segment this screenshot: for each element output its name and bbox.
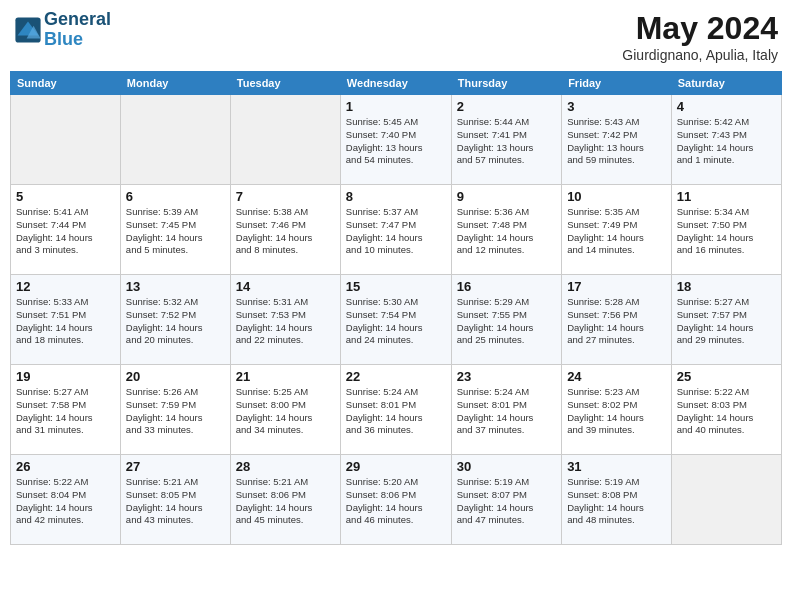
day-info: Sunrise: 5:24 AM Sunset: 8:01 PM Dayligh… <box>457 386 556 437</box>
column-header-saturday: Saturday <box>671 72 781 95</box>
day-number: 28 <box>236 459 335 474</box>
day-number: 19 <box>16 369 115 384</box>
day-info: Sunrise: 5:32 AM Sunset: 7:52 PM Dayligh… <box>126 296 225 347</box>
day-info: Sunrise: 5:21 AM Sunset: 8:06 PM Dayligh… <box>236 476 335 527</box>
calendar-cell: 11Sunrise: 5:34 AM Sunset: 7:50 PM Dayli… <box>671 185 781 275</box>
day-info: Sunrise: 5:23 AM Sunset: 8:02 PM Dayligh… <box>567 386 666 437</box>
calendar-header-row: SundayMondayTuesdayWednesdayThursdayFrid… <box>11 72 782 95</box>
title-block: May 2024 Giurdignano, Apulia, Italy <box>622 10 778 63</box>
day-info: Sunrise: 5:20 AM Sunset: 8:06 PM Dayligh… <box>346 476 446 527</box>
calendar-cell: 7Sunrise: 5:38 AM Sunset: 7:46 PM Daylig… <box>230 185 340 275</box>
day-number: 20 <box>126 369 225 384</box>
day-number: 12 <box>16 279 115 294</box>
day-number: 3 <box>567 99 666 114</box>
logo: General Blue <box>14 10 111 50</box>
day-number: 14 <box>236 279 335 294</box>
day-number: 2 <box>457 99 556 114</box>
calendar-cell <box>671 455 781 545</box>
day-info: Sunrise: 5:22 AM Sunset: 8:04 PM Dayligh… <box>16 476 115 527</box>
calendar-cell: 19Sunrise: 5:27 AM Sunset: 7:58 PM Dayli… <box>11 365 121 455</box>
day-info: Sunrise: 5:21 AM Sunset: 8:05 PM Dayligh… <box>126 476 225 527</box>
calendar-cell <box>11 95 121 185</box>
calendar-cell: 2Sunrise: 5:44 AM Sunset: 7:41 PM Daylig… <box>451 95 561 185</box>
day-info: Sunrise: 5:27 AM Sunset: 7:57 PM Dayligh… <box>677 296 776 347</box>
day-info: Sunrise: 5:41 AM Sunset: 7:44 PM Dayligh… <box>16 206 115 257</box>
month-title: May 2024 <box>622 10 778 47</box>
calendar-cell: 15Sunrise: 5:30 AM Sunset: 7:54 PM Dayli… <box>340 275 451 365</box>
calendar-cell: 21Sunrise: 5:25 AM Sunset: 8:00 PM Dayli… <box>230 365 340 455</box>
calendar-body: 1Sunrise: 5:45 AM Sunset: 7:40 PM Daylig… <box>11 95 782 545</box>
calendar-cell: 9Sunrise: 5:36 AM Sunset: 7:48 PM Daylig… <box>451 185 561 275</box>
day-number: 23 <box>457 369 556 384</box>
column-header-monday: Monday <box>120 72 230 95</box>
calendar-cell: 22Sunrise: 5:24 AM Sunset: 8:01 PM Dayli… <box>340 365 451 455</box>
day-number: 1 <box>346 99 446 114</box>
calendar-cell <box>230 95 340 185</box>
day-number: 24 <box>567 369 666 384</box>
calendar-cell: 5Sunrise: 5:41 AM Sunset: 7:44 PM Daylig… <box>11 185 121 275</box>
calendar-cell: 13Sunrise: 5:32 AM Sunset: 7:52 PM Dayli… <box>120 275 230 365</box>
day-info: Sunrise: 5:37 AM Sunset: 7:47 PM Dayligh… <box>346 206 446 257</box>
calendar-cell: 18Sunrise: 5:27 AM Sunset: 7:57 PM Dayli… <box>671 275 781 365</box>
day-info: Sunrise: 5:33 AM Sunset: 7:51 PM Dayligh… <box>16 296 115 347</box>
column-header-tuesday: Tuesday <box>230 72 340 95</box>
day-number: 16 <box>457 279 556 294</box>
day-number: 26 <box>16 459 115 474</box>
calendar-cell: 28Sunrise: 5:21 AM Sunset: 8:06 PM Dayli… <box>230 455 340 545</box>
calendar-cell: 3Sunrise: 5:43 AM Sunset: 7:42 PM Daylig… <box>562 95 672 185</box>
day-info: Sunrise: 5:25 AM Sunset: 8:00 PM Dayligh… <box>236 386 335 437</box>
column-header-wednesday: Wednesday <box>340 72 451 95</box>
day-number: 8 <box>346 189 446 204</box>
day-info: Sunrise: 5:29 AM Sunset: 7:55 PM Dayligh… <box>457 296 556 347</box>
calendar-table: SundayMondayTuesdayWednesdayThursdayFrid… <box>10 71 782 545</box>
day-number: 11 <box>677 189 776 204</box>
logo-icon <box>14 16 42 44</box>
day-number: 30 <box>457 459 556 474</box>
calendar-cell <box>120 95 230 185</box>
calendar-cell: 1Sunrise: 5:45 AM Sunset: 7:40 PM Daylig… <box>340 95 451 185</box>
week-row-1: 1Sunrise: 5:45 AM Sunset: 7:40 PM Daylig… <box>11 95 782 185</box>
day-info: Sunrise: 5:22 AM Sunset: 8:03 PM Dayligh… <box>677 386 776 437</box>
day-info: Sunrise: 5:45 AM Sunset: 7:40 PM Dayligh… <box>346 116 446 167</box>
day-number: 22 <box>346 369 446 384</box>
week-row-5: 26Sunrise: 5:22 AM Sunset: 8:04 PM Dayli… <box>11 455 782 545</box>
day-info: Sunrise: 5:36 AM Sunset: 7:48 PM Dayligh… <box>457 206 556 257</box>
day-info: Sunrise: 5:39 AM Sunset: 7:45 PM Dayligh… <box>126 206 225 257</box>
day-info: Sunrise: 5:42 AM Sunset: 7:43 PM Dayligh… <box>677 116 776 167</box>
calendar-cell: 23Sunrise: 5:24 AM Sunset: 8:01 PM Dayli… <box>451 365 561 455</box>
week-row-2: 5Sunrise: 5:41 AM Sunset: 7:44 PM Daylig… <box>11 185 782 275</box>
day-number: 9 <box>457 189 556 204</box>
day-number: 15 <box>346 279 446 294</box>
day-number: 7 <box>236 189 335 204</box>
day-info: Sunrise: 5:28 AM Sunset: 7:56 PM Dayligh… <box>567 296 666 347</box>
calendar-cell: 30Sunrise: 5:19 AM Sunset: 8:07 PM Dayli… <box>451 455 561 545</box>
day-info: Sunrise: 5:26 AM Sunset: 7:59 PM Dayligh… <box>126 386 225 437</box>
day-info: Sunrise: 5:44 AM Sunset: 7:41 PM Dayligh… <box>457 116 556 167</box>
day-info: Sunrise: 5:30 AM Sunset: 7:54 PM Dayligh… <box>346 296 446 347</box>
day-number: 31 <box>567 459 666 474</box>
calendar-cell: 10Sunrise: 5:35 AM Sunset: 7:49 PM Dayli… <box>562 185 672 275</box>
day-info: Sunrise: 5:27 AM Sunset: 7:58 PM Dayligh… <box>16 386 115 437</box>
day-number: 17 <box>567 279 666 294</box>
logo-text: General Blue <box>44 10 111 50</box>
day-number: 27 <box>126 459 225 474</box>
day-info: Sunrise: 5:38 AM Sunset: 7:46 PM Dayligh… <box>236 206 335 257</box>
day-number: 4 <box>677 99 776 114</box>
calendar-cell: 29Sunrise: 5:20 AM Sunset: 8:06 PM Dayli… <box>340 455 451 545</box>
column-header-thursday: Thursday <box>451 72 561 95</box>
calendar-cell: 14Sunrise: 5:31 AM Sunset: 7:53 PM Dayli… <box>230 275 340 365</box>
day-number: 25 <box>677 369 776 384</box>
week-row-3: 12Sunrise: 5:33 AM Sunset: 7:51 PM Dayli… <box>11 275 782 365</box>
calendar-cell: 8Sunrise: 5:37 AM Sunset: 7:47 PM Daylig… <box>340 185 451 275</box>
day-number: 10 <box>567 189 666 204</box>
column-header-sunday: Sunday <box>11 72 121 95</box>
calendar-cell: 25Sunrise: 5:22 AM Sunset: 8:03 PM Dayli… <box>671 365 781 455</box>
day-info: Sunrise: 5:43 AM Sunset: 7:42 PM Dayligh… <box>567 116 666 167</box>
day-number: 18 <box>677 279 776 294</box>
calendar-cell: 17Sunrise: 5:28 AM Sunset: 7:56 PM Dayli… <box>562 275 672 365</box>
calendar-cell: 6Sunrise: 5:39 AM Sunset: 7:45 PM Daylig… <box>120 185 230 275</box>
page-header: General Blue May 2024 Giurdignano, Apuli… <box>10 10 782 63</box>
day-number: 13 <box>126 279 225 294</box>
calendar-cell: 20Sunrise: 5:26 AM Sunset: 7:59 PM Dayli… <box>120 365 230 455</box>
calendar-cell: 4Sunrise: 5:42 AM Sunset: 7:43 PM Daylig… <box>671 95 781 185</box>
